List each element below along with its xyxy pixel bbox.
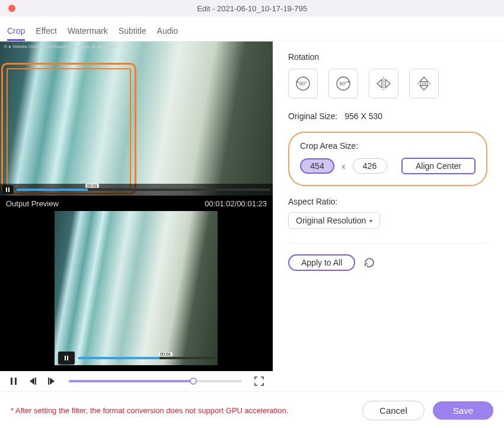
svg-rect-3	[35, 378, 36, 385]
timecode: 00:01:02/00:01:23	[205, 199, 267, 208]
reset-button[interactable]	[363, 257, 375, 269]
tab-crop[interactable]: Crop	[7, 23, 25, 41]
crop-selection-box[interactable]	[1, 63, 136, 194]
svg-marker-2	[30, 378, 34, 385]
tab-effect[interactable]: Effect	[36, 23, 57, 41]
source-video-preview[interactable]: ⊙ ▸ Waves Ocean Sea Beach Byron Bay 4k A…	[0, 41, 273, 196]
pause-button[interactable]	[8, 376, 19, 387]
crop-area-panel: Crop Area Size: x Align Center	[288, 132, 487, 186]
tab-audio[interactable]: Audio	[157, 23, 178, 41]
svg-rect-5	[48, 378, 49, 385]
svg-marker-12	[420, 77, 428, 82]
aspect-ratio-value: Original Resolution	[296, 216, 366, 225]
source-progress-fill	[17, 189, 88, 191]
source-progress-marker: 00:08	[85, 184, 100, 188]
original-size-label: Original Size:	[288, 111, 337, 121]
svg-marker-4	[50, 378, 55, 385]
transport-controls	[0, 371, 273, 391]
svg-marker-9	[377, 79, 382, 88]
chevron-down-icon: ▾	[369, 218, 372, 224]
output-preview-header: Output Preview 00:01:02/00:01:23	[0, 196, 273, 211]
output-preview-label: Output Preview	[6, 199, 59, 208]
output-frame: 00:08	[55, 211, 218, 365]
output-video-frame	[55, 211, 218, 365]
output-pause-button[interactable]	[58, 352, 75, 365]
original-size-value: 956 X 530	[344, 111, 382, 121]
flip-horizontal-button[interactable]	[369, 69, 398, 98]
step-forward-button[interactable]	[46, 376, 57, 387]
aspect-ratio-select[interactable]: Original Resolution ▾	[288, 212, 380, 229]
rotate-cw-label: 90°	[339, 81, 347, 87]
video-metadata-overlay: ⊙ ▸ Waves Ocean Sea Beach Byron Bay 4k A…	[4, 44, 116, 49]
rotation-label: Rotation	[288, 52, 487, 62]
rotate-ccw-button[interactable]: 90°	[288, 69, 318, 98]
crop-settings-panel: Rotation 90° 90°	[273, 41, 504, 391]
crop-area-label: Crop Area Size:	[300, 141, 476, 151]
editor-tabs: Crop Effect Watermark Subtitle Audio	[0, 17, 504, 41]
save-button[interactable]: Save	[433, 401, 493, 420]
footer: After setting the filter, the format con…	[0, 391, 504, 428]
output-progress-fill	[78, 357, 160, 359]
crop-width-input[interactable]	[300, 158, 334, 174]
source-playbar: 00:08	[0, 184, 273, 196]
flip-vertical-button[interactable]	[409, 69, 439, 98]
gpu-warning: After setting the filter, the format con…	[11, 406, 288, 415]
output-progress[interactable]: 00:08	[78, 357, 214, 359]
align-center-button[interactable]: Align Center	[401, 158, 476, 174]
preview-column: ⊙ ▸ Waves Ocean Sea Beach Byron Bay 4k A…	[0, 41, 273, 391]
source-progress[interactable]: 00:08	[17, 189, 270, 191]
close-window-button[interactable]	[8, 5, 15, 12]
crop-height-input[interactable]	[353, 158, 387, 174]
crop-dim-separator: x	[342, 162, 346, 171]
output-video-preview: 00:08	[0, 211, 273, 371]
crop-selection-inner	[7, 68, 131, 189]
rotate-ccw-label: 90°	[299, 81, 307, 87]
svg-marker-13	[420, 85, 428, 90]
aspect-ratio-label: Aspect Ratio:	[288, 197, 487, 206]
window-titlebar: Edit - 2021-06-10_10-17-19-795	[0, 0, 504, 17]
rotation-buttons: 90° 90°	[288, 69, 487, 98]
rotate-cw-button[interactable]: 90°	[328, 69, 358, 98]
step-back-button[interactable]	[27, 376, 38, 387]
fullscreen-button[interactable]	[254, 376, 264, 387]
svg-marker-10	[385, 79, 390, 88]
svg-rect-0	[11, 378, 12, 385]
timeline-thumb[interactable]	[190, 378, 197, 385]
svg-rect-1	[15, 378, 17, 385]
original-size-row: Original Size: 956 X 530	[288, 111, 487, 121]
cancel-button[interactable]: Cancel	[362, 401, 425, 420]
source-pause-button[interactable]	[2, 186, 13, 194]
timeline-slider[interactable]	[69, 380, 242, 382]
timeline-fill	[69, 380, 193, 382]
output-playbar: 00:08	[55, 351, 218, 365]
tab-watermark[interactable]: Watermark	[68, 23, 108, 41]
output-progress-marker: 00:08	[158, 352, 173, 356]
apply-to-all-button[interactable]: Apply to All	[288, 254, 355, 271]
tab-subtitle[interactable]: Subtitle	[119, 23, 146, 41]
window-title: Edit - 2021-06-10_10-17-19-795	[0, 4, 504, 13]
divider	[288, 243, 487, 244]
